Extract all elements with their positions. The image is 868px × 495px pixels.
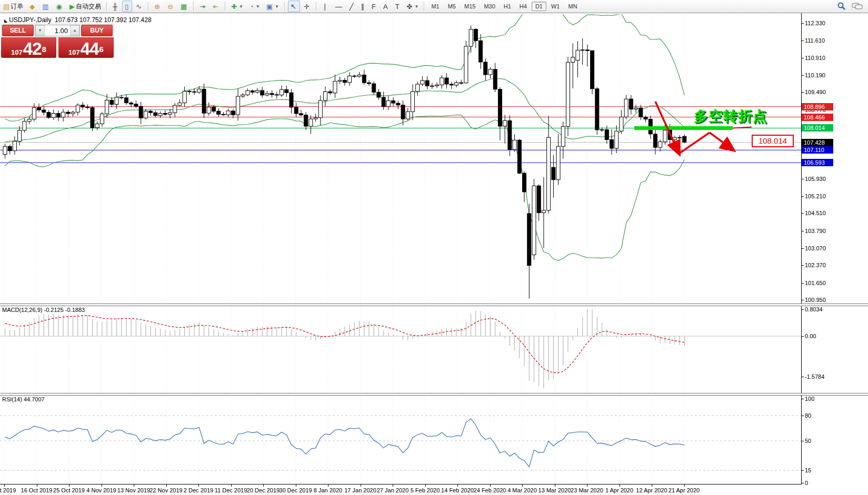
toolbar-horizontal-line-button[interactable]: ― xyxy=(333,1,346,12)
chevron-down-icon[interactable]: ▼ xyxy=(275,4,279,9)
templates-icon: ▣ xyxy=(266,3,273,10)
chevron-down-icon[interactable]: ▼ xyxy=(415,4,419,9)
toolbar-candlestick-chart-button[interactable]: ▯ xyxy=(122,1,132,12)
toolbar-auto-trading-button[interactable]: ▶自动交易 xyxy=(67,1,104,12)
volume-decrease-button[interactable]: ▼ xyxy=(35,25,45,36)
toolbar-indicators-button[interactable]: ✚▼ xyxy=(228,1,246,12)
date-tick-label: 25 Oct 2019 xyxy=(53,487,85,493)
date-tick xyxy=(134,484,134,487)
toolbar-arrows-button[interactable]: ✜▼ xyxy=(404,1,422,12)
timeframe-m30-button[interactable]: M30 xyxy=(480,2,498,11)
timeframe-h1-button[interactable]: H1 xyxy=(500,2,515,11)
volume-increase-button[interactable]: ▲ xyxy=(70,25,79,36)
buy-price-point: 6 xyxy=(99,43,104,56)
date-tick-label: 24 Feb 2020 xyxy=(474,487,506,493)
date-tick-label: 14 Feb 2020 xyxy=(441,487,474,493)
price-badge-108.014: 108.014 xyxy=(802,124,833,132)
price-tick xyxy=(801,58,804,58)
timeframe-h4-button[interactable]: H4 xyxy=(516,2,531,11)
timeframe-w1-button[interactable]: W1 xyxy=(547,2,564,11)
toolbar-templates-button[interactable]: ▣▼ xyxy=(264,1,282,12)
toolbar: ▤订单◆▥◉▶自动交易╫▯∿⊕⊖▦⇥⇤✚▼◔▼▣▼↖✛❘―╱∥FAT✜▼M1M5… xyxy=(0,0,868,13)
toolbar-fibonacci-button[interactable]: F xyxy=(369,1,380,12)
rsi-tick xyxy=(801,483,804,483)
date-tick xyxy=(69,484,69,487)
sell-price-figure: 107 xyxy=(11,48,23,56)
toolbar-periods-button[interactable]: ◔▼ xyxy=(247,1,263,12)
timeframe-d1-button[interactable]: D1 xyxy=(532,2,546,11)
toolbar-chart-shift-button[interactable]: ⇤ xyxy=(210,1,222,12)
price-level-callout-box[interactable]: 108.014 xyxy=(752,135,794,147)
sell-price-pips: 42 xyxy=(23,42,42,56)
tile-windows-icon: ▦ xyxy=(181,3,187,10)
cursor-icon: ↖ xyxy=(291,3,296,10)
rsi-panel-divider[interactable] xyxy=(0,393,868,396)
toolbar-equidistant-channel-button[interactable]: ∥ xyxy=(358,1,368,12)
toolbar-line-chart-button[interactable]: ∿ xyxy=(133,1,145,12)
volume-stepper[interactable]: ▼ 1.00 ▲ xyxy=(35,25,80,36)
volume-value[interactable]: 1.00 xyxy=(45,27,70,35)
toolbar-navigator-button[interactable]: ◉ xyxy=(54,1,66,12)
date-tick-label: 21 Apr 2020 xyxy=(669,487,700,493)
sell-price-button[interactable]: 107428 xyxy=(1,37,56,58)
timeframe-m15-button[interactable]: M15 xyxy=(461,2,479,11)
toolbar-new-order-button[interactable]: ▤订单 xyxy=(1,1,26,12)
price-tick-label: 104.510 xyxy=(805,210,826,216)
buy-button[interactable]: BUY xyxy=(81,25,113,36)
date-tick xyxy=(457,484,458,487)
turning-point-annotation[interactable]: 多空转折点 xyxy=(694,107,799,126)
toolbar-separator xyxy=(316,2,317,11)
toolbar-separator xyxy=(193,2,194,11)
navigator-icon: ◉ xyxy=(56,3,62,10)
price-tick xyxy=(801,179,804,179)
timeframe-m1-button[interactable]: M1 xyxy=(427,2,443,11)
sell-button[interactable]: SELL xyxy=(2,25,34,36)
timeframe-mn-button[interactable]: MN xyxy=(564,2,581,11)
price-tick xyxy=(801,231,804,231)
date-tick-label: 2 Dec 2019 xyxy=(184,487,213,493)
toolbar-cursor-button[interactable]: ↖ xyxy=(288,1,300,12)
mt4-terminal-window: ▤订单◆▥◉▶自动交易╫▯∿⊕⊖▦⇥⇤✚▼◔▼▣▼↖✛❘―╱∥FAT✜▼M1M5… xyxy=(0,0,868,495)
price-chart-canvas[interactable] xyxy=(0,13,868,495)
macd-panel-divider[interactable] xyxy=(0,304,868,306)
equidistant-channel-icon: ∥ xyxy=(361,3,365,10)
macd-tick-label: 0.00 xyxy=(805,333,816,339)
date-tick-label: 16 Oct 2019 xyxy=(21,487,53,493)
date-tick xyxy=(587,484,587,487)
price-badge-107.110: 107.110 xyxy=(802,146,833,154)
comments-icon[interactable] xyxy=(851,2,864,11)
date-tick-label: 13 Mar 2020 xyxy=(538,487,571,493)
rsi-tick-label: 80 xyxy=(805,412,811,419)
auto-scroll-icon: ⇥ xyxy=(199,3,205,10)
chart-window-icon: ◣ xyxy=(4,18,7,23)
macd-tick xyxy=(801,377,804,377)
price-tick xyxy=(801,92,804,93)
price-tick xyxy=(801,265,804,266)
toolbar-text-label-button[interactable]: T xyxy=(393,1,403,12)
date-tick xyxy=(263,484,264,487)
chart-surface[interactable]: ◣USDJPY-,Daily 107.673 107.752 107.392 1… xyxy=(0,13,868,495)
toolbar-market-watch-button[interactable]: ◆ xyxy=(27,1,38,12)
timeframe-m5-button[interactable]: M5 xyxy=(444,2,460,11)
price-badge-108.466: 108.466 xyxy=(802,114,833,121)
chevron-down-icon[interactable]: ▼ xyxy=(239,4,243,9)
toolbar-zoom-out-button[interactable]: ⊖ xyxy=(165,1,177,12)
date-tick xyxy=(684,484,685,487)
toolbar-zoom-in-button[interactable]: ⊕ xyxy=(152,1,164,12)
date-tick-label: 22 Nov 2019 xyxy=(149,487,182,493)
bar-chart-icon: ╫ xyxy=(113,3,117,10)
chevron-down-icon[interactable]: ▼ xyxy=(256,4,260,9)
toolbar-data-window-button[interactable]: ▥ xyxy=(39,1,52,12)
toolbar-tile-windows-button[interactable]: ▦ xyxy=(178,1,191,12)
toolbar-crosshair-button[interactable]: ✛ xyxy=(301,1,313,12)
toolbar-bar-chart-button[interactable]: ╫ xyxy=(110,1,121,12)
toolbar-vertical-line-button[interactable]: ❘ xyxy=(320,1,332,12)
fibonacci-icon: F xyxy=(372,3,376,10)
toolbar-separator xyxy=(225,2,226,11)
price-badge-106.593: 106.593 xyxy=(802,159,833,166)
toolbar-text-button[interactable]: A xyxy=(381,1,392,12)
toolbar-trendline-button[interactable]: ╱ xyxy=(347,1,357,12)
toolbar-auto-scroll-button[interactable]: ⇥ xyxy=(197,1,209,12)
buy-price-button[interactable]: 107446 xyxy=(58,37,114,58)
search-icon[interactable] xyxy=(836,2,847,11)
